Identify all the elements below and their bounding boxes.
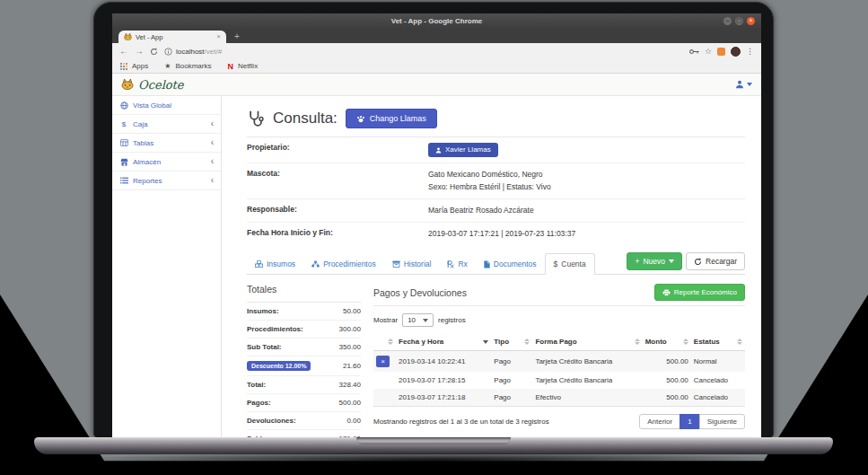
page-title: Consulta: [273, 110, 338, 128]
detail-label: Fecha Hora Inicio y Fin: [247, 228, 428, 240]
tab-insumos[interactable]: Insumos [247, 254, 303, 274]
extension-icon[interactable] [717, 48, 725, 56]
totales-row-pagos: Pagos: 500.00 [247, 394, 361, 412]
totales-row-devoluciones: Devoluciones: 0.00 [247, 412, 361, 430]
archive-icon [392, 260, 400, 268]
refresh-icon [694, 258, 702, 266]
sitemap-icon [311, 260, 320, 268]
column-tipo[interactable]: Tipo [491, 333, 532, 351]
cell-estatus: Cancelado [691, 372, 745, 389]
dollar-icon: $ [119, 120, 128, 128]
sort-desc-icon [483, 340, 488, 344]
cancel-payment-button[interactable]: × [376, 356, 390, 367]
reporte-economico-button[interactable]: Reporte Económico [654, 284, 745, 301]
sidebar-item-vista-global[interactable]: Vista Global [112, 96, 221, 115]
tab-procedimientos[interactable]: Procedimientos [303, 254, 384, 274]
sort-icon [388, 339, 393, 345]
owner-button[interactable]: Xavier Llamas [428, 143, 498, 157]
bookmark-netflix[interactable]: Netflix [238, 62, 258, 70]
caret-down-icon [423, 319, 428, 322]
sidebar-item-reportes[interactable]: Reportes ‹ [112, 172, 221, 190]
sort-icon [524, 339, 530, 345]
nuevo-label: Nuevo [643, 257, 665, 266]
detail-value: María Beatriz Rosado Azcárate [428, 205, 534, 216]
caret-down-icon [747, 83, 752, 86]
tab-close-icon[interactable]: × [216, 33, 221, 40]
tab-historial[interactable]: Historial [384, 254, 440, 274]
paw-icon [356, 115, 365, 123]
printer-icon [662, 289, 671, 296]
recargar-button[interactable]: Recargar [686, 252, 745, 270]
column-estatus[interactable]: Estatus [691, 333, 745, 351]
bookmark-apps[interactable]: Apps [132, 62, 148, 70]
cell-tipo: Pago [491, 351, 532, 373]
url-bar[interactable]: localhost/vet/# [164, 48, 683, 56]
patient-button[interactable]: Chango Llamas [346, 109, 437, 128]
laptop-base-notch [356, 437, 511, 444]
sidebar-item-tablas[interactable]: Tablas ‹ [112, 134, 221, 153]
patient-button-label: Chango Llamas [370, 114, 426, 123]
column-monto[interactable]: Monto [643, 333, 691, 351]
detail-value: 2019-03-07 17:17:21 | 2019-07-23 11:03:3… [428, 228, 575, 240]
detail-label: Mascota: [247, 169, 428, 192]
close-button[interactable]: × [747, 17, 755, 25]
sidebar-item-label: Reportes [133, 177, 162, 185]
per-page-select[interactable]: 10 [402, 313, 434, 327]
chevron-left-icon: ‹ [211, 157, 214, 166]
totales-card: Totales Insumos: 50.00 Procedimientos: 3… [247, 284, 361, 438]
totales-row-descuento: Descuento 12.00% 21.60 [247, 356, 361, 376]
tab-documentos[interactable]: Documentos [476, 254, 545, 274]
tab-title: Vet - App [136, 33, 213, 41]
file-icon [484, 260, 490, 268]
table-header-row: Fecha y Hora Tipo Forma Pago Monto Estat… [373, 333, 745, 351]
ocelote-cat-icon [121, 79, 134, 90]
window-controls: – ▢ × [723, 17, 755, 25]
url-host: localhost [176, 48, 205, 56]
maximize-button[interactable]: ▢ [735, 17, 743, 25]
column-actions[interactable] [373, 333, 396, 351]
user-menu[interactable] [735, 80, 752, 89]
tab-rx[interactable]: Rx [439, 254, 475, 274]
browser-tab[interactable]: Vet - App × [118, 31, 226, 43]
tab-label: Cuenta [561, 259, 585, 268]
detail-row-responsable: Responsable: María Beatriz Rosado Azcára… [247, 199, 745, 223]
cell-monto: 500.00 [643, 389, 691, 407]
app-body: Vista Global $ Caja ‹ Tablas ‹ [112, 96, 761, 438]
browser-toolbar: ← → localhost/vet/# ☆ [112, 43, 761, 59]
netflix-icon: N [227, 62, 233, 71]
consult-header: Consulta: Chango Llamas [247, 109, 745, 128]
column-forma-pago[interactable]: Forma Pago [532, 333, 642, 351]
column-fecha[interactable]: Fecha y Hora [396, 333, 491, 351]
reload-icon[interactable] [150, 48, 158, 56]
bookmark-bookmarks[interactable]: Bookmarks [175, 62, 211, 70]
detail-value: Gato Mexicano Doméstico, Negro Sexo: Hem… [428, 169, 551, 192]
pagination-page-1[interactable]: 1 [679, 414, 699, 429]
kebab-menu-icon[interactable]: ⋮ [746, 47, 754, 56]
bookmark-star-icon[interactable]: ☆ [705, 47, 712, 56]
nuevo-button[interactable]: + Nuevo [627, 252, 682, 270]
registros-label: registros [438, 316, 466, 324]
detail-row-propietario: Propietario: Xavier Llamas [247, 137, 745, 163]
new-tab-button[interactable]: + [234, 32, 240, 41]
records-info: Mostrando registros del 1 al 3 de un tot… [373, 418, 549, 426]
minimize-button[interactable]: – [723, 17, 732, 25]
forward-icon[interactable]: → [135, 47, 144, 56]
store-icon [119, 158, 128, 166]
pagination-next[interactable]: Siguiente [699, 414, 745, 429]
sidebar-item-label: Tablas [133, 139, 153, 147]
sidebar-item-caja[interactable]: $ Caja ‹ [112, 115, 221, 134]
totales-row-insumos: Insumos: 50.00 [247, 303, 361, 321]
brand-name: Ocelote [138, 78, 184, 92]
key-icon[interactable] [689, 48, 699, 55]
sidebar-item-almacen[interactable]: Almacén ‹ [112, 153, 221, 172]
tab-cuenta[interactable]: $ Cuenta [545, 253, 595, 275]
back-icon[interactable]: ← [119, 47, 128, 56]
profile-avatar[interactable] [731, 47, 741, 57]
totales-row-total: Total: 328.40 [247, 376, 361, 394]
pagination-prev[interactable]: Anterior [639, 414, 680, 429]
cell-fecha: 2019-03-14 10:22:41 [396, 351, 491, 373]
boxes-icon [255, 260, 263, 268]
url-path: /vet/# [205, 48, 223, 56]
pagination: Anterior 1 Siguiente [639, 414, 745, 429]
toolbar-right-icons: ☆ ⋮ [689, 47, 754, 57]
